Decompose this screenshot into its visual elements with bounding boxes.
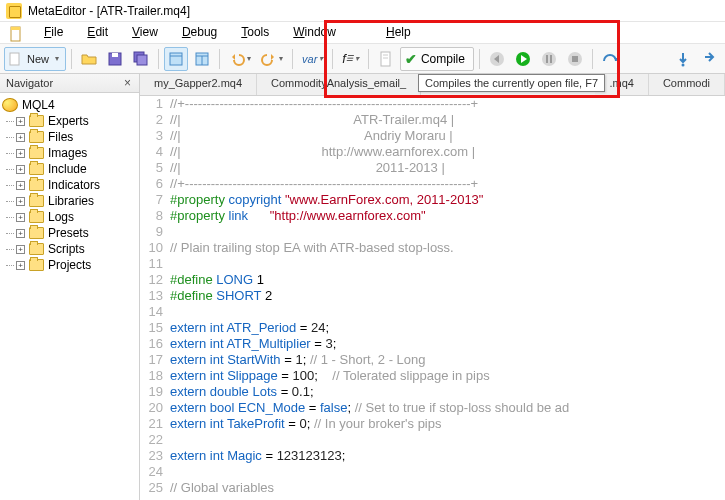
code-line[interactable]: 23extern int Magic = 123123123; bbox=[140, 448, 725, 464]
expander-icon[interactable]: + bbox=[16, 229, 25, 238]
code-line[interactable]: 13#define SHORT 2 bbox=[140, 288, 725, 304]
chevron-down-icon: ▾ bbox=[55, 54, 59, 63]
redo-button[interactable]: ▾ bbox=[257, 47, 287, 71]
code-line[interactable]: 11 bbox=[140, 256, 725, 272]
code-line[interactable]: 14 bbox=[140, 304, 725, 320]
expander-icon[interactable]: + bbox=[16, 133, 25, 142]
code-line[interactable]: 4//| http://www.earnforex.com | bbox=[140, 144, 725, 160]
fx-button[interactable]: f☰▾ bbox=[338, 47, 363, 71]
folder-icon bbox=[29, 179, 44, 191]
code-line[interactable]: 15extern int ATR_Period = 24; bbox=[140, 320, 725, 336]
code-line[interactable]: 19extern double Lots = 0.1; bbox=[140, 384, 725, 400]
code-line[interactable]: 25// Global variables bbox=[140, 480, 725, 496]
code-editor[interactable]: 1//+------------------------------------… bbox=[140, 96, 725, 500]
menu-bar: File Edit View Debug Tools Window Help bbox=[0, 22, 725, 44]
folder-icon bbox=[29, 195, 44, 207]
navigator-tree: MQL4 +Experts+Files+Images+Include+Indic… bbox=[0, 93, 139, 277]
tree-item-logs[interactable]: +Logs bbox=[2, 209, 137, 225]
code-line[interactable]: 5//| 2011-2013 | bbox=[140, 160, 725, 176]
tree-item-include[interactable]: +Include bbox=[2, 161, 137, 177]
code-line[interactable]: 17extern int StartWith = 1; // 1 - Short… bbox=[140, 352, 725, 368]
tree-item-projects[interactable]: +Projects bbox=[2, 257, 137, 273]
folder-icon bbox=[29, 115, 44, 127]
menu-window[interactable]: Window bbox=[281, 22, 348, 43]
expander-icon[interactable]: + bbox=[16, 261, 25, 270]
tree-item-experts[interactable]: +Experts bbox=[2, 113, 137, 129]
code-line[interactable]: 20extern bool ECN_Mode = false; // Set t… bbox=[140, 400, 725, 416]
play-icon bbox=[515, 51, 531, 67]
tree-item-images[interactable]: +Images bbox=[2, 145, 137, 161]
cut-button[interactable] bbox=[164, 47, 188, 71]
open-button[interactable] bbox=[77, 47, 101, 71]
undo-button[interactable]: ▾ bbox=[225, 47, 255, 71]
code-line[interactable]: 22 bbox=[140, 432, 725, 448]
menu-debug[interactable]: Debug bbox=[170, 22, 229, 43]
editor-area: my_Gapper2.mq4CommodityAnalysis_email_.m… bbox=[140, 74, 725, 500]
run-button[interactable] bbox=[511, 47, 535, 71]
step-out-button[interactable] bbox=[697, 47, 721, 71]
save-button[interactable] bbox=[103, 47, 127, 71]
expander-icon[interactable]: + bbox=[16, 165, 25, 174]
save-icon bbox=[107, 51, 123, 67]
step-into-button[interactable] bbox=[671, 47, 695, 71]
pause-icon bbox=[541, 51, 557, 67]
tree-item-scripts[interactable]: +Scripts bbox=[2, 241, 137, 257]
tree-root[interactable]: MQL4 bbox=[2, 97, 137, 113]
menu-tools[interactable]: Tools bbox=[229, 22, 281, 43]
file-tab[interactable]: Commodi bbox=[649, 74, 725, 95]
step-over-icon bbox=[602, 51, 618, 67]
svg-rect-2 bbox=[10, 53, 19, 65]
app-icon bbox=[6, 3, 22, 19]
app-button[interactable] bbox=[4, 22, 28, 46]
doc-button[interactable] bbox=[374, 47, 398, 71]
code-line[interactable]: 18extern int Slippage = 100; // Tolerate… bbox=[140, 368, 725, 384]
code-line[interactable]: 21extern int TakeProfit = 0; // In your … bbox=[140, 416, 725, 432]
code-line[interactable]: 2//| ATR-Trailer.mq4 | bbox=[140, 112, 725, 128]
code-line[interactable]: 1//+------------------------------------… bbox=[140, 96, 725, 112]
expander-icon[interactable]: + bbox=[16, 245, 25, 254]
tree-item-files[interactable]: +Files bbox=[2, 129, 137, 145]
save-all-button[interactable] bbox=[129, 47, 153, 71]
code-line[interactable]: 3//| Andriy Moraru | bbox=[140, 128, 725, 144]
tree-item-presets[interactable]: +Presets bbox=[2, 225, 137, 241]
code-line[interactable]: 8#property link "http://www.earnforex.co… bbox=[140, 208, 725, 224]
tree-item-libraries[interactable]: +Libraries bbox=[2, 193, 137, 209]
menu-view[interactable]: View bbox=[120, 22, 170, 43]
code-line[interactable]: 10// Plain trailing stop EA with ATR-bas… bbox=[140, 240, 725, 256]
expander-icon[interactable]: + bbox=[16, 197, 25, 206]
expander-icon[interactable]: + bbox=[16, 181, 25, 190]
pause-button[interactable] bbox=[537, 47, 561, 71]
menu-edit[interactable]: Edit bbox=[75, 22, 120, 43]
code-line[interactable]: 24 bbox=[140, 464, 725, 480]
stop-button[interactable] bbox=[563, 47, 587, 71]
code-line[interactable]: 9 bbox=[140, 224, 725, 240]
var-button[interactable]: var▾ bbox=[298, 47, 327, 71]
folder-icon bbox=[29, 243, 44, 255]
tree-item-indicators[interactable]: +Indicators bbox=[2, 177, 137, 193]
menu-help[interactable]: Help bbox=[374, 22, 423, 43]
compile-tooltip: Compiles the currently open file, F7 bbox=[418, 74, 605, 92]
menu-file[interactable]: File bbox=[32, 22, 75, 43]
save-all-icon bbox=[133, 51, 149, 67]
code-line[interactable]: 6//+------------------------------------… bbox=[140, 176, 725, 192]
window-title: MetaEditor - [ATR-Trailer.mq4] bbox=[28, 4, 190, 18]
navigator-header: Navigator × bbox=[0, 74, 139, 93]
compile-button[interactable]: ✔ Compile bbox=[400, 47, 474, 71]
expander-icon[interactable]: + bbox=[16, 149, 25, 158]
file-tab[interactable]: my_Gapper2.mq4 bbox=[140, 74, 257, 95]
step-over-button[interactable] bbox=[598, 47, 622, 71]
code-line[interactable]: 16extern int ATR_Multiplier = 3; bbox=[140, 336, 725, 352]
navigator-close[interactable]: × bbox=[122, 76, 133, 90]
navigator-panel: Navigator × MQL4 +Experts+Files+Images+I… bbox=[0, 74, 140, 500]
expander-icon[interactable]: + bbox=[16, 213, 25, 222]
new-button[interactable]: New ▾ bbox=[4, 47, 66, 71]
code-line[interactable]: 7#property copyright "www.EarnForex.com,… bbox=[140, 192, 725, 208]
window-icon bbox=[168, 51, 184, 67]
layout-button[interactable] bbox=[190, 47, 214, 71]
expander-icon[interactable]: + bbox=[16, 117, 25, 126]
code-line[interactable]: 12#define LONG 1 bbox=[140, 272, 725, 288]
svg-rect-7 bbox=[170, 53, 182, 65]
step-back-button[interactable] bbox=[485, 47, 509, 71]
file-tab[interactable]: CommodityAnalysis_email_ bbox=[257, 74, 421, 95]
svg-point-22 bbox=[682, 63, 685, 66]
